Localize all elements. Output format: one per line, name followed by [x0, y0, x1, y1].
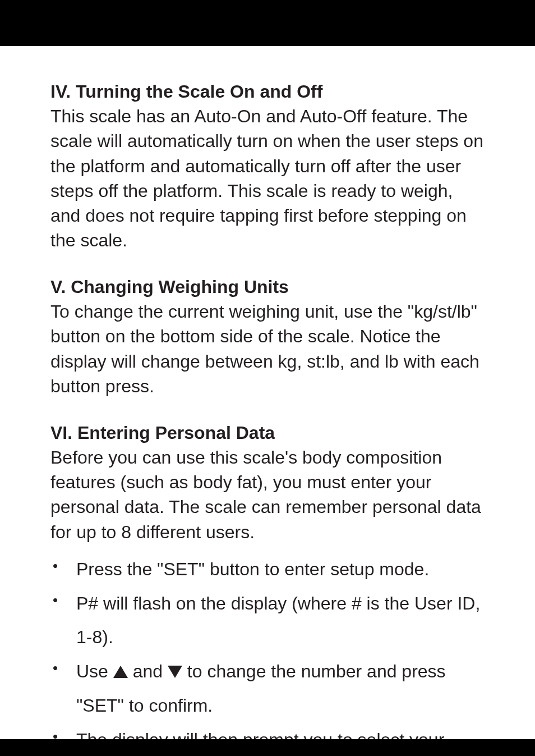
list-item: P# will flash on the display (where # is…: [50, 587, 485, 655]
section-v-body: To change the current weighing unit, use…: [50, 299, 485, 398]
section-iv: IV. Turning the Scale On and Off This sc…: [50, 80, 485, 253]
list-item-text-pre: Use: [76, 661, 113, 681]
section-vi-body: Before you can use this scale's body com…: [50, 445, 485, 544]
section-v-heading: V. Changing Weighing Units: [50, 275, 485, 299]
list-item-text-mid: and: [128, 661, 168, 681]
footer-bar: [0, 739, 535, 756]
list-item: Use and to change the number and press "…: [50, 654, 485, 723]
section-v: V. Changing Weighing Units To change the…: [50, 275, 485, 398]
instruction-list: Press the "SET" button to enter setup mo…: [50, 552, 485, 756]
section-iv-heading: IV. Turning the Scale On and Off: [50, 80, 485, 104]
section-vi-heading: VI. Entering Personal Data: [50, 421, 485, 445]
list-item: Press the "SET" button to enter setup mo…: [50, 552, 485, 587]
section-iv-body: This scale has an Auto-On and Auto-Off f…: [50, 104, 485, 253]
down-arrow-icon: [168, 666, 182, 678]
page-content: IV. Turning the Scale On and Off This sc…: [0, 46, 535, 756]
header-bar: [0, 0, 535, 46]
list-item-text: Press the "SET" button to enter setup mo…: [76, 559, 429, 579]
list-item-text: P# will flash on the display (where # is…: [76, 593, 480, 648]
section-vi: VI. Entering Personal Data Before you ca…: [50, 421, 485, 756]
up-arrow-icon: [113, 666, 128, 678]
